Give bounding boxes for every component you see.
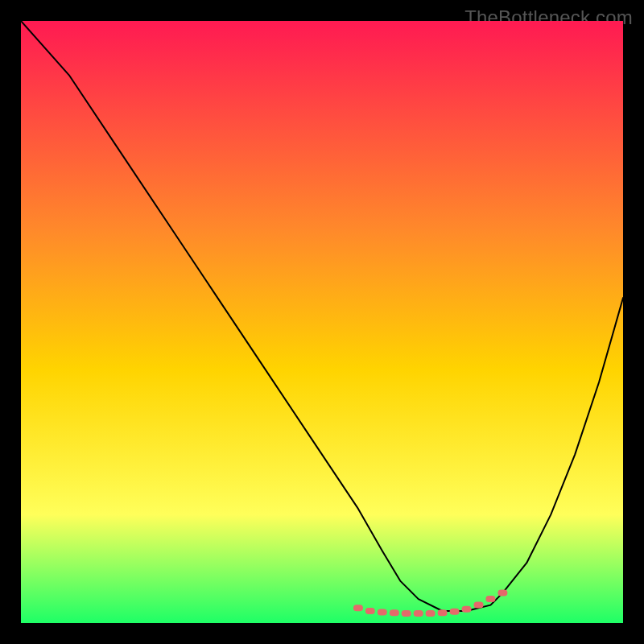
accent-dot (474, 602, 484, 609)
accent-dot (450, 609, 460, 615)
accent-dot (402, 610, 411, 617)
accent-dot (438, 609, 448, 616)
chart-frame: TheBottleneck.com (0, 0, 644, 644)
accent-dot (462, 606, 472, 613)
accent-dot (497, 590, 507, 597)
heatmap-background (21, 21, 623, 623)
accent-dot (390, 609, 399, 616)
accent-dot (414, 610, 423, 617)
accent-dot (365, 608, 375, 614)
accent-dot (353, 605, 363, 611)
plot-area (21, 21, 623, 623)
accent-dot (378, 609, 387, 616)
accent-dot (485, 596, 495, 602)
chart-svg (21, 21, 623, 623)
accent-dot (426, 610, 436, 617)
